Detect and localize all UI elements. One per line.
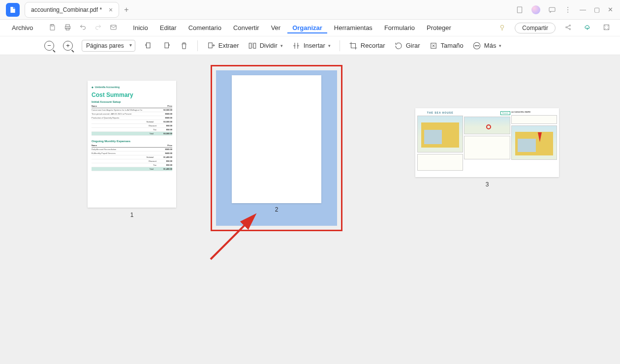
svg-point-11 [566, 27, 567, 28]
svg-point-13 [569, 29, 571, 30]
crop-button[interactable]: Recortar [349, 41, 385, 50]
insert-button[interactable]: Insertar▾ [292, 41, 331, 50]
menu-ver[interactable]: Ver [266, 22, 286, 33]
menu-convertir[interactable]: Convertir [228, 22, 264, 33]
expand-icon[interactable] [600, 22, 613, 34]
book-icon[interactable] [516, 6, 524, 14]
rotate-button[interactable]: Girar [394, 41, 420, 50]
menu-formulario[interactable]: Formulario [379, 22, 420, 33]
svg-point-10 [501, 25, 504, 28]
redo-icon[interactable] [92, 22, 105, 34]
organize-toolbar: − + Páginas pares Extraer Dividir▾ Inser… [0, 36, 620, 55]
menu-file[interactable]: Archivo [7, 22, 38, 33]
minimize-button[interactable]: — [580, 6, 586, 13]
close-window-button[interactable]: ✕ [608, 6, 613, 13]
svg-point-2 [567, 7, 568, 8]
svg-point-22 [475, 45, 476, 46]
new-tab-button[interactable]: + [124, 5, 128, 14]
size-button[interactable]: Tamaño [429, 41, 464, 50]
title-bar: accounting_Combinar.pdf * × + — ▢ ✕ [0, 0, 620, 20]
page-number-2: 2 [232, 206, 321, 213]
app-logo-icon [6, 3, 20, 17]
rotate-left-button[interactable] [144, 41, 153, 50]
svg-point-4 [567, 11, 568, 12]
separator [197, 40, 198, 51]
menu-herramientas[interactable]: Herramientas [329, 22, 377, 33]
close-tab-icon[interactable]: × [109, 6, 113, 14]
menu-inicio[interactable]: Inicio [128, 22, 153, 33]
menu-proteger[interactable]: Proteger [422, 22, 456, 33]
rotate-right-button[interactable] [162, 41, 171, 50]
page-selection-dropdown[interactable]: Páginas pares [82, 40, 135, 52]
zoom-out-button[interactable]: − [44, 41, 54, 51]
svg-rect-16 [165, 43, 169, 48]
print-icon[interactable] [61, 22, 74, 34]
extract-button[interactable]: Extraer [207, 41, 239, 50]
share-button[interactable]: Compartir [515, 23, 556, 33]
svg-rect-6 [66, 24, 70, 26]
zoom-in-button[interactable]: + [63, 41, 73, 51]
kebab-menu-icon[interactable] [564, 6, 572, 14]
page-selection-label: Páginas pares [86, 42, 124, 49]
page-2-preview-blank [232, 75, 321, 203]
page-3-preview: THE SEA HOUSE Featured LA CASA DEL MARE [415, 108, 559, 177]
selection-highlight: 2 [216, 70, 337, 226]
cloud-sync-icon[interactable] [581, 22, 594, 34]
save-icon[interactable] [46, 22, 59, 34]
page-1-preview: Umbrella Accounting Cost Summary Initial… [88, 81, 176, 208]
page-thumbnail-2-selected[interactable]: 2 [211, 65, 342, 231]
chat-icon[interactable] [548, 6, 556, 14]
svg-point-24 [478, 45, 479, 46]
svg-point-3 [567, 9, 568, 10]
more-button[interactable]: Más▾ [472, 41, 502, 50]
svg-point-23 [476, 45, 477, 46]
menu-organizar[interactable]: Organizar [287, 22, 327, 33]
svg-rect-18 [249, 43, 251, 48]
svg-rect-5 [51, 24, 53, 26]
tab-title: accounting_Combinar.pdf * [31, 6, 102, 13]
menu-comentario[interactable]: Comentario [184, 22, 226, 33]
menu-editar[interactable]: Editar [155, 22, 182, 33]
page-thumbnail-1[interactable]: Umbrella Accounting Cost Summary Initial… [88, 81, 176, 218]
page-number-3: 3 [415, 181, 559, 188]
svg-rect-17 [208, 43, 212, 48]
svg-rect-9 [111, 25, 116, 30]
user-avatar-icon[interactable] [531, 5, 540, 14]
page-thumbnail-3[interactable]: THE SEA HOUSE Featured LA CASA DEL MARE … [415, 108, 559, 188]
annotation-highlight-box: 2 [211, 65, 342, 231]
delete-page-button[interactable] [180, 41, 188, 50]
svg-point-12 [569, 25, 571, 26]
page-thumbnails-workspace: Umbrella Accounting Cost Summary Initial… [0, 55, 620, 364]
maximize-button[interactable]: ▢ [594, 6, 600, 13]
undo-icon[interactable] [76, 22, 90, 34]
share-link-icon[interactable] [561, 22, 575, 34]
svg-rect-1 [549, 7, 555, 11]
svg-rect-15 [146, 43, 150, 48]
separator [340, 40, 340, 51]
menu-bar: Archivo Inicio Editar Comentario Convert… [0, 20, 620, 36]
page-number-1: 1 [88, 212, 176, 218]
lightbulb-icon[interactable] [496, 22, 509, 34]
document-tab[interactable]: accounting_Combinar.pdf * × [25, 2, 119, 18]
svg-rect-19 [253, 43, 256, 48]
split-button[interactable]: Dividir▾ [248, 41, 283, 50]
mail-icon[interactable] [107, 22, 120, 34]
svg-rect-0 [517, 7, 522, 13]
